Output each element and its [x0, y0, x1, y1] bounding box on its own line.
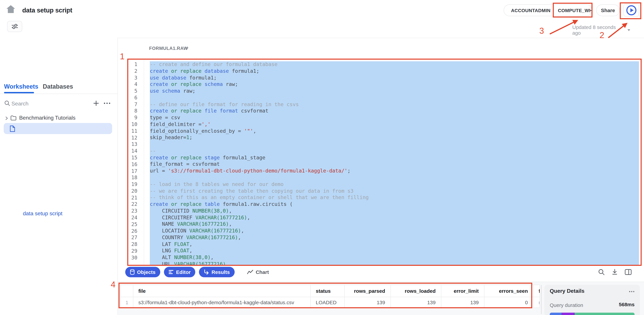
play-icon	[626, 5, 637, 16]
line-number: 19	[127, 181, 137, 188]
role-selector[interactable]: ACCOUNTADMIN	[511, 8, 550, 13]
home-icon	[6, 5, 16, 14]
top-header: data setup script ACCOUNTADMIN COMPUTE_W…	[0, 0, 644, 38]
run-button[interactable]	[624, 4, 639, 17]
line-number: 15	[127, 155, 137, 161]
chart-label: Chart	[256, 269, 269, 275]
document-icon	[10, 125, 15, 132]
column-header: errors_seen	[484, 285, 534, 297]
line-number: 17	[127, 168, 137, 175]
code-line	[150, 174, 639, 181]
title-caret-icon[interactable]	[68, 10, 71, 12]
code-line: -- we are first creating the table then …	[150, 188, 639, 195]
column-header	[121, 285, 133, 297]
sidebar-item-worksheet-selected[interactable]: data setup script	[4, 123, 112, 134]
results-table[interactable]: filestatusrows_parsedrows_loadederror_li…	[120, 285, 540, 308]
download-icon	[612, 269, 618, 275]
code-line: NAME VARCHAR(16777216),	[150, 221, 639, 228]
table-scrollbar[interactable]	[541, 285, 542, 314]
line-number: 4	[127, 81, 137, 88]
line-number: 7	[127, 101, 137, 108]
line-number: 8	[127, 108, 137, 115]
schema-context-dropdown[interactable]: FORMULA1.RAW	[149, 46, 188, 51]
warehouse-selector[interactable]: COMPUTE_WH	[558, 8, 593, 13]
tab-worksheets[interactable]: Worksheets	[4, 83, 38, 90]
chart-tab[interactable]: Chart	[247, 269, 269, 275]
table-cell: LOADED	[311, 297, 345, 307]
results-button[interactable]: Results	[199, 267, 234, 277]
worksheet-title[interactable]: data setup script	[22, 7, 72, 14]
line-number: 9	[127, 115, 137, 121]
sidebar-item-folder[interactable]: Benchmarking Tutorials	[0, 114, 118, 123]
sidebar-more-button[interactable]	[102, 99, 112, 108]
table-cell: 1	[121, 297, 133, 307]
line-number: 10	[127, 121, 137, 128]
plus-icon	[93, 100, 99, 106]
code-line: URL VARCHAR(16777216),	[150, 261, 639, 265]
updated-dropdown[interactable]: Updated 8 seconds ago	[572, 24, 630, 36]
table-cell: 0	[484, 297, 534, 307]
sql-code-editor[interactable]: -- create and define our formula1 databa…	[150, 61, 639, 265]
line-number: 1	[127, 61, 137, 68]
table-header-row: filestatusrows_parsedrows_loadederror_li…	[121, 285, 540, 297]
filters-button[interactable]	[7, 21, 22, 32]
line-number: 13	[127, 141, 137, 148]
table-cell: 139	[441, 297, 484, 307]
table-row[interactable]: 1s3://formula1-dbt-cloud-python-demo/for…	[121, 297, 540, 307]
line-number: 30	[127, 254, 137, 261]
objects-button[interactable]: Objects	[125, 267, 160, 277]
line-number: 2	[127, 68, 137, 75]
filter-sliders-icon	[11, 24, 18, 29]
line-number: 12	[127, 135, 137, 141]
results-return-arrow-icon	[204, 269, 209, 274]
code-line: create or replace schema raw;	[150, 81, 639, 88]
code-line: CIRCUITID NUMBER(38,0),	[150, 208, 639, 215]
line-number: 20	[127, 188, 137, 195]
query-duration-label: Query duration	[550, 302, 583, 308]
line-number: 26	[127, 228, 137, 235]
code-line: create or replace table formula1.raw.cir…	[150, 201, 639, 208]
search-results-icon	[598, 269, 604, 275]
updated-caret-icon	[628, 29, 630, 31]
search-icon	[4, 100, 10, 106]
split-view-button[interactable]	[624, 267, 633, 276]
table-cell: s3://formula1-dbt-cloud-python-demo/form…	[133, 297, 311, 307]
folder-label: Benchmarking Tutorials	[19, 115, 76, 121]
code-line: create or replace database formula1;	[150, 68, 639, 75]
context-selector: ACCOUNTADMIN COMPUTE_WH	[504, 5, 592, 16]
worksheet-label: data setup script	[23, 211, 62, 217]
context-caret-icon[interactable]	[186, 48, 188, 49]
search-input[interactable]	[11, 100, 80, 108]
database-cylinder-icon	[130, 269, 135, 275]
table-cell: 139	[391, 297, 441, 307]
line-number: 22	[127, 201, 137, 208]
share-button[interactable]: Share	[596, 5, 620, 16]
column-header: file	[133, 285, 311, 297]
home-button[interactable]	[6, 5, 18, 16]
sidebar: Worksheets Databases Benchmarki	[0, 38, 118, 315]
line-number: 14	[127, 148, 137, 155]
line-number: 16	[127, 161, 137, 168]
line-number: 23	[127, 208, 137, 215]
line-number: 3	[127, 75, 137, 81]
code-line: LAT FLOAT,	[150, 241, 639, 248]
code-line: field_optionally_enclosed_by = '"',	[150, 128, 639, 135]
editor-button[interactable]: Editor	[164, 267, 196, 277]
code-line: COUNTRY VARCHAR(16777216),	[150, 234, 639, 241]
query-duration-bar	[550, 313, 634, 315]
line-number: 21	[127, 195, 137, 201]
tabs-divider	[0, 94, 118, 94]
code-line: use database formula1;	[150, 75, 639, 81]
code-line: skip_header=1;	[150, 135, 639, 141]
code-line: --	[150, 148, 639, 155]
active-tab-underline	[4, 92, 34, 93]
line-number: 6	[127, 95, 137, 101]
query-details-menu-button[interactable]	[628, 289, 635, 294]
download-results-button[interactable]	[610, 267, 620, 276]
search-results-button[interactable]	[596, 267, 606, 276]
tab-databases[interactable]: Databases	[43, 83, 73, 90]
column-header: first_error	[534, 285, 540, 297]
line-number: 28	[127, 241, 137, 248]
code-line: LNG FLOAT,	[150, 248, 639, 254]
new-worksheet-button[interactable]	[92, 99, 100, 108]
